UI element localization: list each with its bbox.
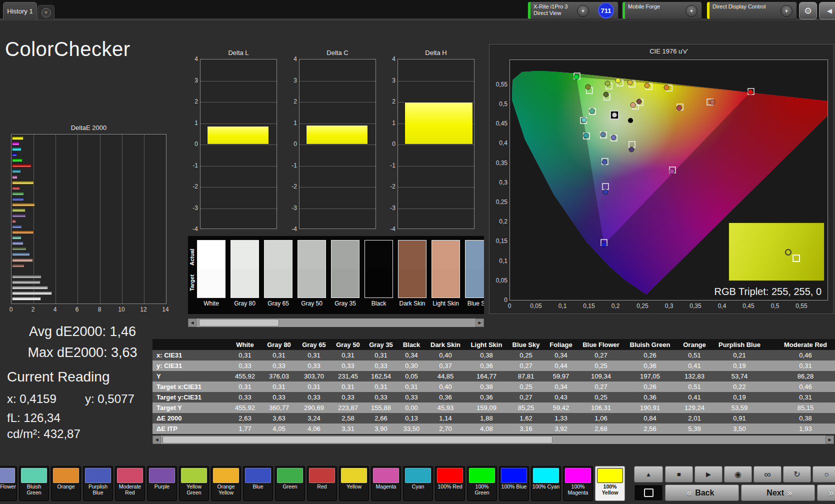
back-button[interactable]: « Back	[665, 484, 739, 501]
cie-y-tick: 0,05	[490, 277, 508, 284]
pattern-window-button[interactable]	[634, 484, 663, 501]
patch-button-purplish-blue[interactable]: Purplish Blue	[83, 466, 113, 501]
measured-point	[603, 190, 608, 194]
patch-button-magenta[interactable]: Magenta	[371, 466, 401, 501]
scroll-left-arrow-icon[interactable]: ◀	[152, 436, 161, 444]
partial-next-button[interactable]: »	[817, 484, 835, 501]
patch-button-bluish-green[interactable]: Bluish Green	[19, 466, 49, 501]
y-tick-label: 1	[384, 120, 396, 126]
source-dropdown[interactable]: Mobile Forge ▼	[622, 2, 702, 20]
table-cell: 0,41	[676, 360, 714, 371]
deltae-bar	[12, 264, 24, 268]
chevron-down-icon[interactable]: ▼	[577, 5, 589, 17]
table-cell: 223,87	[332, 402, 364, 413]
single-measure-button[interactable]: ◉	[724, 466, 752, 482]
table-cell: 3,92	[544, 424, 578, 434]
scrollbar-thumb[interactable]	[162, 436, 552, 444]
patch-color-chip	[117, 468, 143, 483]
patch-button-yellow-green[interactable]: Yellow Green	[179, 466, 209, 501]
patch-color-chip	[565, 468, 591, 483]
patch-button-purple[interactable]: Purple	[147, 466, 177, 501]
deltae-bar	[12, 214, 26, 218]
gridline	[122, 134, 122, 304]
table-cell: 0,33	[228, 392, 262, 402]
y-tick-label: 4	[384, 56, 396, 62]
continuous-measure-button[interactable]: ∞	[754, 466, 782, 482]
gridline	[300, 208, 376, 209]
table-cell: 0,33	[296, 360, 332, 371]
table-cell: 53,74	[714, 371, 766, 382]
cie-x-tick: 0,3	[659, 302, 679, 310]
rgb-triplet-readout: RGB Triplet: 255, 255, 0	[714, 286, 822, 298]
refresh-button[interactable]: ↻	[783, 466, 811, 482]
table-cell: 0,31	[332, 350, 364, 360]
cie-x-tick: 0,45	[738, 302, 758, 310]
swatch-gray-50	[298, 240, 326, 298]
patch-button-orange-yellow[interactable]: Orange Yellow	[211, 466, 241, 501]
measured-point	[602, 242, 606, 247]
scrollbar-thumb[interactable]	[199, 319, 279, 326]
swatch-light-skin	[432, 240, 460, 298]
stop-button[interactable]: ■	[665, 466, 693, 482]
swatch-label: Light Skin	[429, 300, 462, 307]
cie-y-tick: 0,25	[490, 198, 508, 206]
table-cell: 0,37	[426, 360, 466, 371]
table-scrollbar[interactable]: ◀ ▶	[152, 436, 834, 444]
patch-button-red[interactable]: Red	[307, 466, 337, 501]
patch-color-chip	[597, 468, 623, 483]
meter-dropdown[interactable]: X-Rite i1Pro 3Direct View ▼ 711	[528, 2, 618, 20]
table-cell: 59,97	[544, 371, 578, 382]
scroll-right-arrow-icon[interactable]: ▶	[826, 436, 834, 444]
add-tab-button[interactable]: +	[38, 5, 54, 20]
gridline	[200, 208, 276, 209]
partial-button[interactable]: ○	[812, 466, 835, 482]
collapse-panel-button[interactable]: ◀	[819, 2, 835, 20]
patch-button-100-cyan[interactable]: 100% Cyan	[531, 466, 561, 501]
scroll-right-arrow-icon[interactable]: ▶	[476, 318, 484, 327]
chevron-down-icon[interactable]: ▼	[780, 5, 792, 17]
patch-button-label: Purple	[148, 484, 176, 490]
table-cell: 0,25	[508, 382, 544, 392]
patch-button-100-magenta[interactable]: 100% Magenta	[563, 466, 593, 501]
patch-row-up-button[interactable]: ▲	[634, 466, 663, 482]
row-label: Target y:CIE31	[152, 392, 228, 402]
swatch-blue-sky	[465, 240, 484, 298]
patch-button-blue-flower[interactable]: Blue Flower	[0, 466, 17, 501]
patch-button-moderate-red[interactable]: Moderate Red	[115, 466, 145, 501]
deltae-bar	[12, 142, 20, 146]
settings-button[interactable]: ⚙	[799, 2, 817, 20]
measured-point	[586, 84, 590, 90]
delta-value-bar	[404, 102, 473, 144]
patch-button-blue[interactable]: Blue	[243, 466, 273, 501]
meter-count-badge: 711	[598, 2, 614, 18]
column-header: Orange	[676, 339, 714, 350]
table-cell: 0,25	[578, 392, 624, 402]
swatch-label: Black	[362, 300, 396, 307]
patch-button-cyan[interactable]: Cyan	[403, 466, 433, 501]
patch-color-chip	[437, 468, 463, 483]
patch-button-100-blue[interactable]: 100% Blue	[499, 466, 529, 501]
scroll-left-arrow-icon[interactable]: ◀	[188, 318, 196, 327]
table-cell: 0,27	[578, 382, 624, 392]
patch-button-green[interactable]: Green	[275, 466, 305, 501]
swatch-strip-scrollbar[interactable]: ◀ ▶	[188, 318, 484, 327]
gridline	[78, 134, 78, 304]
patch-button-yellow[interactable]: Yellow	[339, 466, 369, 501]
row-label: Target Y	[152, 402, 228, 413]
chevron-left-icon: ◀	[827, 7, 832, 14]
measured-point	[644, 83, 650, 88]
patch-button-orange[interactable]: Orange	[51, 466, 81, 501]
patch-button-100-yellow[interactable]: 100% Yellow	[595, 466, 625, 501]
patch-button-100-green[interactable]: 100% Green	[467, 466, 497, 501]
deltae-bar-chart	[11, 134, 166, 304]
tab-history-1[interactable]: History 1	[3, 2, 37, 20]
patch-button-100-red[interactable]: 100% Red	[435, 466, 465, 501]
deltae-bar	[12, 153, 17, 156]
chevron-down-icon[interactable]: ▼	[686, 5, 698, 17]
play-button[interactable]: ▶	[694, 466, 722, 482]
y-tick-label: -1	[285, 162, 297, 169]
table-cell: 0,36	[466, 360, 508, 371]
workflow-dropdown[interactable]: Direct Display Control ▼	[706, 2, 797, 20]
patch-color-chip	[501, 468, 527, 483]
next-button[interactable]: Next »	[741, 484, 815, 501]
